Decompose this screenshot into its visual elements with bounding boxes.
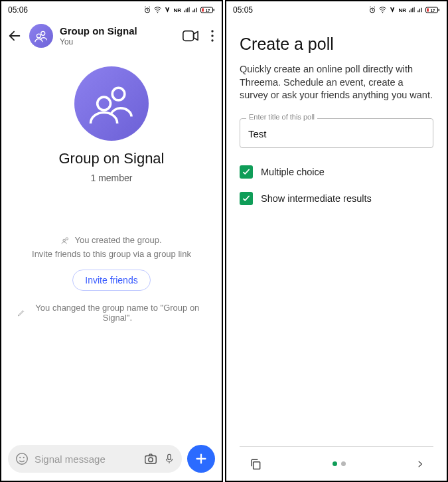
people-icon [88, 80, 135, 127]
alarm-icon [368, 6, 376, 14]
status-time: 05:06 [8, 5, 28, 15]
chat-title-block[interactable]: Group on Signal You [60, 25, 175, 46]
status-time: 05:05 [233, 5, 253, 15]
chat-title: Group on Signal [60, 25, 175, 37]
plus-icon [194, 451, 208, 466]
group-name: Group on Signal [59, 150, 165, 167]
multiple-choice-row[interactable]: Multiple choice [240, 165, 433, 179]
svg-rect-25 [439, 9, 440, 11]
svg-point-9 [211, 30, 213, 32]
status-icons: NR 17 [143, 6, 215, 14]
page-description: Quickly create an online poll directly w… [240, 63, 433, 102]
page-indicator [333, 461, 346, 466]
group-avatar-small[interactable] [29, 24, 53, 48]
poll-screen: Create a poll Quickly create an online p… [226, 19, 447, 481]
video-call-button[interactable] [182, 29, 199, 43]
svg-rect-3 [214, 9, 215, 11]
dot-active [333, 461, 337, 466]
svg-rect-28 [254, 461, 260, 469]
microphone-icon[interactable] [163, 451, 175, 466]
phone-left: 05:06 NR 17 Group on Signal You [0, 0, 223, 482]
status-bar: 05:06 NR 17 [1, 1, 222, 19]
checkbox-checked-icon [240, 192, 253, 205]
system-renamed: You changed the group name to "Group on … [17, 303, 206, 323]
svg-point-12 [112, 88, 125, 100]
svg-point-18 [23, 457, 25, 458]
people-icon [34, 29, 48, 43]
dot-inactive [341, 461, 346, 466]
copy-button[interactable] [249, 457, 262, 471]
svg-rect-21 [168, 454, 171, 459]
dots-vertical-icon [211, 30, 214, 42]
pencil-icon [17, 309, 25, 317]
battery-icon: 17 [425, 6, 440, 14]
svg-text:17: 17 [206, 9, 210, 13]
nr-icon: NR [173, 7, 181, 13]
signal-icon-2 [417, 6, 423, 14]
svg-point-13 [98, 97, 111, 110]
camera-icon[interactable] [143, 451, 158, 466]
add-button[interactable] [187, 445, 215, 473]
chevron-right-icon [416, 458, 424, 470]
header-actions [182, 29, 214, 43]
svg-point-17 [19, 457, 21, 458]
svg-point-23 [382, 12, 384, 13]
svg-point-20 [149, 457, 153, 461]
vowifi-icon [164, 6, 171, 14]
intermediate-results-label: Show intermediate results [261, 193, 372, 204]
svg-point-10 [211, 35, 213, 37]
nr-icon: NR [398, 7, 406, 13]
wifi-icon [153, 6, 162, 14]
member-count: 1 member [90, 173, 132, 183]
video-icon [182, 29, 199, 43]
compose-input[interactable]: Signal message [8, 445, 182, 473]
checkbox-checked-icon [240, 165, 253, 179]
group-avatar-large[interactable] [74, 66, 149, 141]
svg-point-1 [157, 12, 159, 13]
system-created: You created the group. [61, 235, 161, 245]
next-button[interactable] [416, 458, 424, 470]
emoji-icon[interactable] [15, 451, 29, 466]
svg-rect-26 [427, 9, 429, 12]
group-info: Group on Signal 1 member [1, 53, 222, 189]
svg-point-16 [17, 453, 28, 465]
people-small-icon [61, 236, 70, 245]
alarm-icon [143, 6, 151, 14]
system-invite-hint: Invite friends to this group via a group… [32, 249, 191, 259]
signal-icon [183, 6, 190, 14]
arrow-left-icon [7, 29, 22, 43]
svg-text:17: 17 [431, 9, 435, 13]
chat-header: Group on Signal You [1, 19, 222, 53]
compose-bar: Signal message [1, 438, 222, 481]
svg-rect-19 [145, 455, 157, 463]
chat-subtitle: You [60, 37, 175, 46]
invite-friends-button[interactable]: Invite friends [72, 270, 150, 291]
svg-rect-8 [183, 31, 194, 41]
status-bar: 05:05 NR 17 [226, 1, 447, 19]
page-title: Create a poll [240, 35, 433, 54]
poll-title-input[interactable] [240, 118, 433, 148]
multiple-choice-label: Multiple choice [261, 167, 325, 177]
copy-icon [249, 457, 262, 471]
wifi-icon [378, 6, 387, 14]
signal-icon-2 [192, 6, 198, 14]
svg-point-11 [211, 39, 213, 41]
battery-icon: 17 [200, 6, 215, 14]
svg-point-6 [41, 31, 45, 35]
svg-point-15 [63, 239, 66, 242]
phone-right: 05:05 NR 17 Create a poll Quickly create… [225, 0, 448, 482]
vowifi-icon [389, 6, 396, 14]
bottom-bar [240, 446, 433, 481]
back-button[interactable] [7, 28, 23, 44]
signal-icon [408, 6, 415, 14]
svg-rect-4 [202, 9, 204, 12]
more-button[interactable] [211, 30, 214, 42]
svg-point-7 [37, 34, 40, 38]
status-icons: NR 17 [368, 6, 440, 14]
system-messages: You created the group. Invite friends to… [1, 235, 222, 323]
poll-title-field: Enter title of this poll [240, 118, 433, 148]
intermediate-results-row[interactable]: Show intermediate results [240, 192, 433, 205]
compose-placeholder: Signal message [35, 453, 138, 465]
field-label: Enter title of this poll [246, 113, 317, 121]
svg-point-14 [66, 237, 68, 240]
